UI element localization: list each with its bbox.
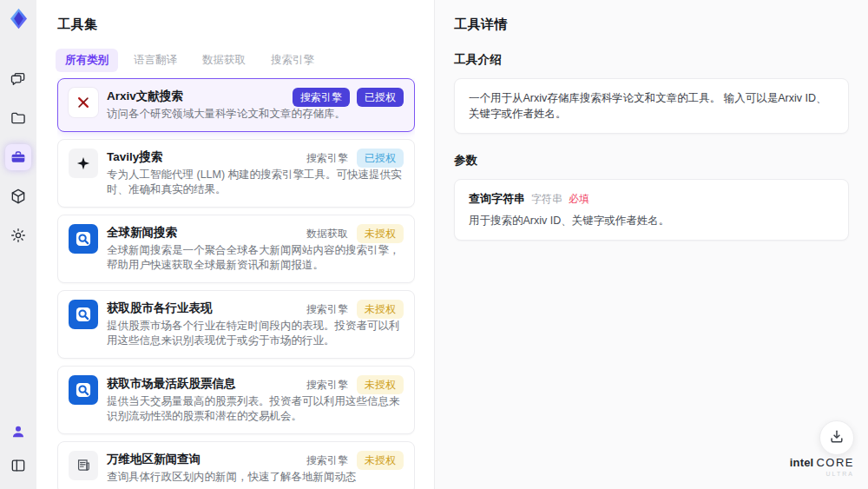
tool-description: 访问各个研究领域大量科学论文和文章的存储库。 [107,107,404,122]
auth-status-badge: 未授权 [357,375,404,394]
intro-heading: 工具介绍 [454,52,849,68]
news-search-icon [69,375,98,405]
download-button[interactable] [819,420,854,455]
tool-badges: 搜索引擎 已授权 [305,149,404,168]
cube-icon [10,188,27,205]
intro-box: 一个用于从Arxiv存储库搜索科学论文和文章的工具。 输入可以是Arxiv ID… [454,78,849,134]
detail-title: 工具详情 [454,17,849,33]
gem-logo-icon [5,5,31,31]
sidebar-item-panel-toggle[interactable] [5,453,31,479]
category-badge: 搜索引擎 [305,149,350,168]
folder-icon [10,109,27,127]
intro-text: 一个用于从Arxiv存储库搜索科学论文和文章的工具。 输入可以是Arxiv ID… [469,90,834,122]
tool-card[interactable]: Arxiv文献搜索 访问各个研究领域大量科学论文和文章的存储库。 搜索引擎 已授… [57,78,415,132]
tool-card[interactable]: 全球新闻搜索 全球新闻搜索是一个聚合全球各大新闻网站内容的搜索引擎，帮助用户快速… [57,215,415,283]
tool-detail-panel: 工具详情 工具介绍 一个用于从Arxiv存储库搜索科学论文和文章的工具。 输入可… [435,0,868,489]
sidebar-item-gear[interactable] [5,222,31,248]
tools-panel: 工具集 所有类别语言翻译数据获取搜索引擎 Arxiv文献搜索 访问各个研究领域大… [36,0,434,489]
sidebar-item-cube[interactable] [5,183,31,209]
tool-badges: 搜索引擎 未授权 [305,300,404,319]
tavily-star-icon [69,149,98,178]
param-required-flag: 必填 [569,192,589,207]
sidebar-item-chat[interactable] [5,66,31,92]
tool-description: 专为人工智能代理 (LLM) 构建的搜索引擎工具。可快速提供实时、准确和真实的结… [107,168,404,198]
tool-badges: 搜索引擎 未授权 [305,451,404,470]
briefcase-icon [10,149,27,166]
sidebar-item-briefcase[interactable] [5,144,31,170]
brand-core: CORE [816,456,854,469]
auth-status-badge: 已授权 [357,149,404,168]
tool-badges: 数据获取 未授权 [305,224,404,243]
sidebar-item-folder[interactable] [5,105,31,131]
auth-status-badge: 未授权 [357,451,404,470]
news-search-icon [69,224,98,254]
tool-card-list: Arxiv文献搜索 访问各个研究领域大量科学论文和文章的存储库。 搜索引擎 已授… [57,78,415,489]
param-row: 查询字符串 字符串 必填 [469,191,834,207]
intel-core-logo: intelCORE ULTRA [790,457,854,479]
panel-toggle-icon [10,457,27,474]
arxiv-x-icon [69,88,98,117]
category-badge: 搜索引擎 [305,375,350,394]
chat-icon [10,70,27,88]
tool-description: 全球新闻搜索是一个聚合全球各大新闻网站内容的搜索引擎，帮助用户快速获取全球最新资… [107,243,404,274]
tool-card[interactable]: 万维地区新闻查询 查询具体行政区划内的新闻，快速了解各地新闻动态 搜索引擎 未授… [57,441,415,489]
tool-badges: 搜索引擎 未授权 [305,375,404,394]
brand-intel: intel [790,456,814,469]
page-title: 工具集 [57,17,98,33]
user-icon [10,423,27,440]
category-tabs: 所有类别语言翻译数据获取搜索引擎 [56,49,324,72]
tool-description: 提供股票市场各个行业在特定时间段内的表现。投资者可以利用这些信息来识别表现优于或… [107,319,404,349]
tool-card[interactable]: 获取市场最活跃股票信息 提供当天交易量最高的股票列表。投资者可以利用这些信息来识… [57,366,415,434]
tool-description: 查询具体行政区划内的新闻，快速了解各地新闻动态 [107,470,404,486]
param-description: 用于搜索的Arxiv ID、关键字或作者姓名。 [469,214,834,228]
tab-2[interactable]: 数据获取 [193,49,255,72]
auth-status-badge: 未授权 [357,300,404,319]
tool-badges: 搜索引擎 已授权 [293,88,404,107]
gear-icon [10,227,27,244]
param-name: 查询字符串 [469,191,525,207]
category-badge: 搜索引擎 [305,300,350,319]
tab-3[interactable]: 搜索引擎 [261,49,324,72]
param-box: 查询字符串 字符串 必填 用于搜索的Arxiv ID、关键字或作者姓名。 [454,179,849,241]
newspaper-icon [69,451,98,480]
brand-ultra: ULTRA [790,468,854,479]
category-badge: 数据获取 [305,224,350,243]
category-badge: 搜索引擎 [305,451,350,470]
auth-status-badge: 已授权 [357,88,404,107]
tool-card[interactable]: 获取股市各行业表现 提供股票市场各个行业在特定时间段内的表现。投资者可以利用这些… [57,290,415,359]
params-heading: 参数 [454,153,849,169]
sidebar-bottom [5,419,31,479]
tab-0[interactable]: 所有类别 [56,49,118,72]
news-search-icon [69,300,98,329]
tab-1[interactable]: 语言翻译 [124,49,187,72]
app-sidebar [0,0,36,489]
sidebar-item-user[interactable] [5,419,31,445]
download-icon [828,428,845,448]
auth-status-badge: 未授权 [357,224,404,243]
category-badge: 搜索引擎 [293,88,350,107]
tool-card[interactable]: Tavily搜索 专为人工智能代理 (LLM) 构建的搜索引擎工具。可快速提供实… [57,139,415,208]
tool-description: 提供当天交易量最高的股票列表。投资者可以利用这些信息来识别流动性强的股票和潜在的… [107,394,404,425]
sidebar-nav [5,66,31,248]
param-type: 字符串 [531,192,562,207]
